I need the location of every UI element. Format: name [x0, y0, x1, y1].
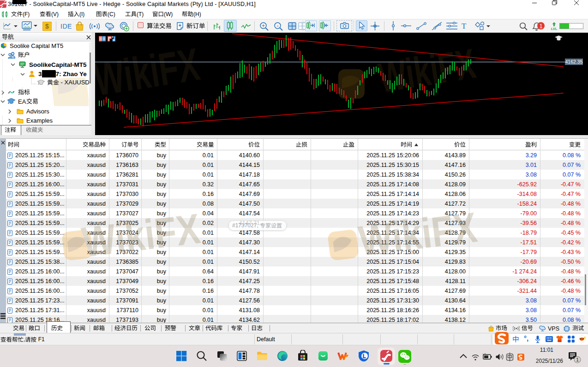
- svg-text:1: 1: [576, 357, 579, 362]
- svg-text:+: +: [262, 23, 265, 29]
- svg-text:WikiFX: WikiFX: [356, 203, 480, 265]
- svg-text:WikiFX: WikiFX: [79, 205, 203, 266]
- svg-text:$: $: [45, 23, 49, 30]
- svg-text:WikiFX: WikiFX: [95, 38, 203, 105]
- svg-text:1: 1: [540, 23, 543, 30]
- svg-text:LVL: LVL: [551, 27, 558, 30]
- svg-text:-: -: [277, 23, 279, 29]
